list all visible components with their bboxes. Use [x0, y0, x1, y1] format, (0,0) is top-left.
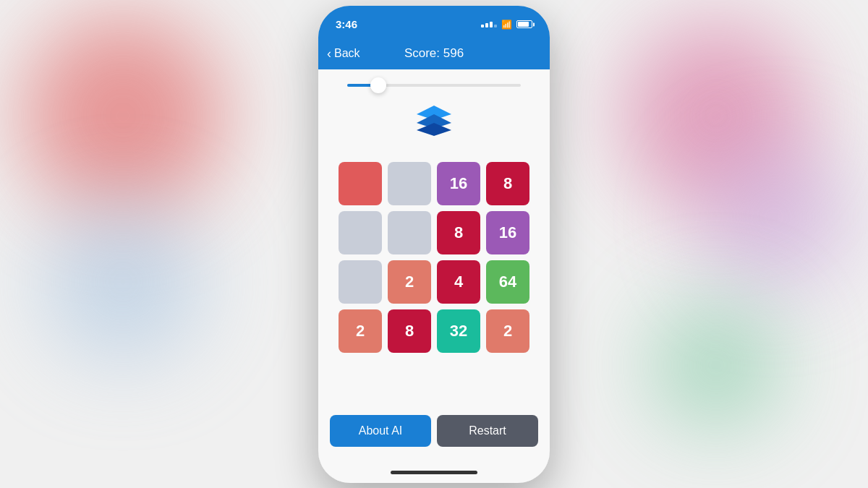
blob-red-left: [22, 14, 224, 217]
slider-container[interactable]: [347, 84, 521, 87]
tile-1-0: [339, 211, 382, 254]
bottom-buttons: About AI Restart: [318, 415, 550, 447]
tile-2-2: 4: [437, 260, 480, 304]
status-icons: 📶: [481, 20, 532, 30]
tile-3-3: 2: [486, 309, 529, 353]
back-button[interactable]: ‹ Back: [327, 47, 360, 60]
blob-purple-right: [702, 145, 846, 289]
tile-0-0: [339, 162, 382, 205]
tile-0-1: [388, 162, 431, 205]
tile-3-0: 2: [339, 309, 382, 353]
signal-icon: [481, 22, 497, 27]
slider-track: [347, 84, 521, 87]
restart-button[interactable]: Restart: [437, 415, 538, 447]
tile-3-1: 8: [388, 309, 431, 353]
status-time: 3:46: [336, 18, 357, 30]
wifi-icon: 📶: [501, 20, 512, 30]
tile-3-2: 32: [437, 309, 480, 353]
layers-icon: [412, 98, 456, 145]
score-display: Score: 596: [404, 46, 464, 61]
svg-marker-2: [417, 123, 451, 136]
blob-blue-left: [43, 202, 203, 361]
about-ai-button[interactable]: About AI: [330, 415, 431, 447]
tile-1-2: 8: [437, 211, 480, 254]
battery-icon: [516, 20, 532, 28]
blob-green-right: [651, 300, 781, 430]
back-label: Back: [334, 47, 360, 60]
phone-frame: 3:46 📶 ‹ Back Score: 596: [318, 6, 550, 483]
slider-thumb[interactable]: [370, 77, 386, 93]
game-grid: 168816246428322: [339, 162, 529, 353]
status-bar: 3:46 📶: [318, 6, 550, 38]
tile-1-1: [388, 211, 431, 254]
tile-2-0: [339, 260, 382, 304]
tile-1-3: 16: [486, 211, 529, 254]
chevron-left-icon: ‹: [327, 47, 331, 60]
tile-2-1: 2: [388, 260, 431, 304]
tile-2-3: 64: [486, 260, 529, 304]
tile-0-3: 8: [486, 162, 529, 205]
main-content: 168816246428322 About AI Restart: [318, 69, 550, 483]
tile-0-2: 16: [437, 162, 480, 205]
home-indicator: [391, 471, 477, 474]
navigation-bar: ‹ Back Score: 596: [318, 38, 550, 69]
